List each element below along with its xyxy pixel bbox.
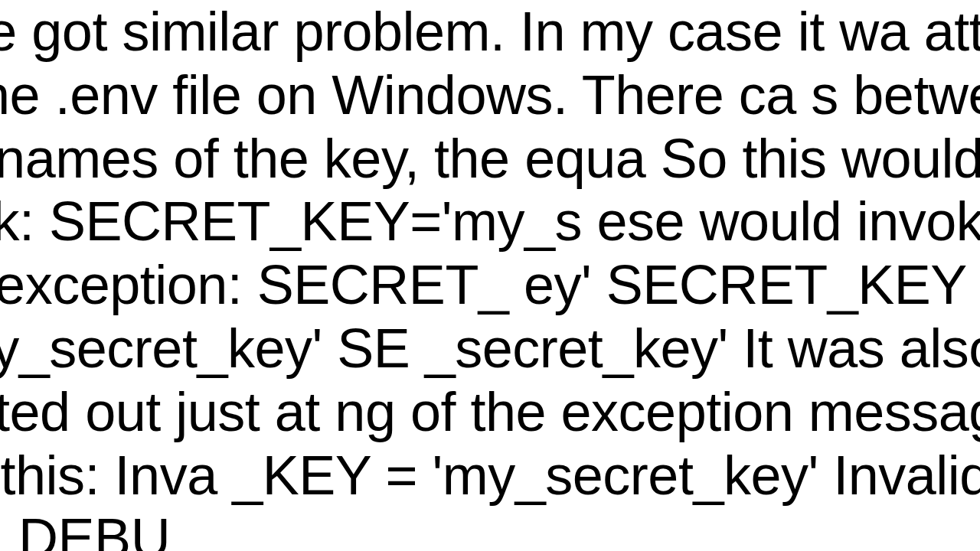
document-body-text: : I've got similar problem. In my case i… (0, 0, 980, 551)
